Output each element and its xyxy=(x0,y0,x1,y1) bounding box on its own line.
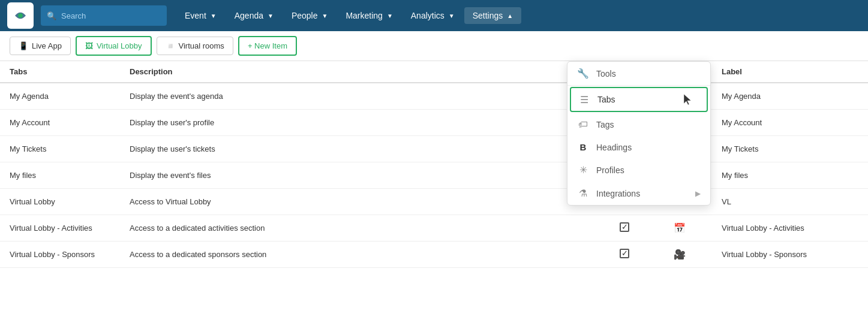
logo xyxy=(7,2,34,29)
dropdown-divider xyxy=(567,85,710,86)
tab-name-cell: Virtual Lobby - Sponsors xyxy=(0,242,120,268)
tab-label-cell: My Tickets xyxy=(712,136,868,162)
col-header-tabs: Tabs xyxy=(0,61,120,83)
visible-checkbox[interactable] xyxy=(620,222,629,232)
search-input[interactable] xyxy=(61,11,161,20)
tab-icon-cell: 🎥 xyxy=(664,242,712,268)
nav-item-analytics[interactable]: Analytics ▼ xyxy=(403,7,463,24)
table-row: My Tickets Display the user's tickets 🎫 … xyxy=(0,136,868,162)
svg-point-1 xyxy=(18,13,23,18)
nav-item-marketing[interactable]: Marketing ▼ xyxy=(337,7,401,24)
dropdown-item-tags[interactable]: 🏷 Tags xyxy=(567,113,710,136)
tab-name-cell: My Tickets xyxy=(0,136,120,162)
tab-description-cell: Access to Virtual Lobby xyxy=(120,189,610,215)
new-item-button[interactable]: + New Item xyxy=(238,36,297,56)
nav-item-agenda[interactable]: Agenda ▼ xyxy=(226,7,282,24)
tab-description-cell: Access to a dedicated sponsors section xyxy=(120,242,610,268)
search-bar[interactable]: 🔍 xyxy=(41,5,167,26)
tab-description-cell: Display the event's agenda xyxy=(120,83,610,110)
dropdown-item-tools[interactable]: 🔧 Tools xyxy=(567,62,710,85)
dropdown-item-profiles[interactable]: ✳ Profiles xyxy=(567,158,710,182)
monitor-icon: 🖼 xyxy=(85,41,93,50)
mobile-icon: 📱 xyxy=(19,41,28,50)
table-area: Tabs Description Visible Label My Agenda… xyxy=(0,61,868,268)
nav-item-people[interactable]: People ▼ xyxy=(283,7,337,24)
search-icon: 🔍 xyxy=(47,11,56,20)
col-header-description: Description xyxy=(120,61,610,83)
chevron-right-icon: ▶ xyxy=(695,189,701,198)
asterisk-icon: ✳ xyxy=(577,164,589,176)
top-nav: 🔍 Event ▼ Agenda ▼ People ▼ Marketing ▼ … xyxy=(0,0,868,31)
tab-label-cell: My Agenda xyxy=(712,83,868,110)
chevron-down-icon: ▼ xyxy=(268,13,274,19)
visible-checkbox[interactable] xyxy=(620,249,629,258)
tab-name-cell: Virtual Lobby xyxy=(0,189,120,215)
dropdown-item-tabs[interactable]: ☰ Tabs xyxy=(570,87,708,112)
table-row: Virtual Lobby - Sponsors Access to a ded… xyxy=(0,242,868,268)
settings-dropdown: 🔧 Tools ☰ Tabs 🏷 Tags B Headings ✳ Profi… xyxy=(567,61,711,206)
chevron-down-icon: ▼ xyxy=(387,13,393,19)
dropdown-item-integrations[interactable]: ⚗ Integrations ▶ xyxy=(567,182,710,205)
table-row: Virtual Lobby Access to Virtual Lobby 🖼 … xyxy=(0,189,868,215)
tab-label-cell: Virtual Lobby - Sponsors xyxy=(712,242,868,268)
col-header-label: Label xyxy=(712,61,868,83)
nav-item-event[interactable]: Event ▼ xyxy=(176,7,225,24)
cursor-indicator xyxy=(683,93,699,106)
tab-visible-cell[interactable] xyxy=(610,215,664,242)
tab-name-cell: My Account xyxy=(0,110,120,136)
rooms-icon: ◽ xyxy=(166,41,175,50)
tab-name-cell: My Agenda xyxy=(0,83,120,110)
tab-name-cell: Virtual Lobby - Activities xyxy=(0,215,120,242)
chevron-down-icon: ▼ xyxy=(211,13,217,19)
table-row: Virtual Lobby - Activities Access to a d… xyxy=(0,215,868,242)
live-app-button[interactable]: 📱 Live App xyxy=(10,37,71,55)
bold-b-icon: B xyxy=(577,142,589,152)
tab-description-cell: Display the user's tickets xyxy=(120,136,610,162)
chevron-down-icon: ▼ xyxy=(322,13,328,19)
tab-label-cell: My Account xyxy=(712,110,868,136)
nav-menu: Event ▼ Agenda ▼ People ▼ Marketing ▼ An… xyxy=(176,7,861,24)
tab-icon-cell: 📅 xyxy=(664,215,712,242)
tab-label-cell: VL xyxy=(712,189,868,215)
main-content: Tabs Description Visible Label My Agenda… xyxy=(0,61,868,268)
virtual-rooms-button[interactable]: ◽ Virtual rooms xyxy=(157,37,233,55)
table-row: My Account Display the user's profile 👤 … xyxy=(0,110,868,136)
tab-description-cell: Display the user's profile xyxy=(120,110,610,136)
table-row: My Agenda Display the event's agenda ☰ M… xyxy=(0,83,868,110)
table-row: My files Display the event's files ■ My … xyxy=(0,162,868,189)
tag-icon: 🏷 xyxy=(577,119,589,130)
nav-item-settings[interactable]: Settings ▲ xyxy=(464,7,522,24)
wrench-icon: 🔧 xyxy=(577,68,589,79)
tab-description-cell: Display the event's files xyxy=(120,162,610,189)
tab-label-cell: My files xyxy=(712,162,868,189)
tabs-table: Tabs Description Visible Label My Agenda… xyxy=(0,61,868,268)
virtual-lobby-button[interactable]: 🖼 Virtual Lobby xyxy=(76,36,152,56)
tab-label-cell: Virtual Lobby - Activities xyxy=(712,215,868,242)
chevron-up-icon: ▲ xyxy=(507,13,513,19)
flask-icon: ⚗ xyxy=(577,188,589,199)
tab-description-cell: Access to a dedicated activities section xyxy=(120,215,610,242)
chevron-down-icon: ▼ xyxy=(449,13,455,19)
tab-visible-cell[interactable] xyxy=(610,242,664,268)
tabs-icon: ☰ xyxy=(578,94,590,105)
tab-name-cell: My files xyxy=(0,162,120,189)
sub-toolbar: 📱 Live App 🖼 Virtual Lobby ◽ Virtual roo… xyxy=(0,31,868,61)
dropdown-item-headings[interactable]: B Headings xyxy=(567,136,710,158)
